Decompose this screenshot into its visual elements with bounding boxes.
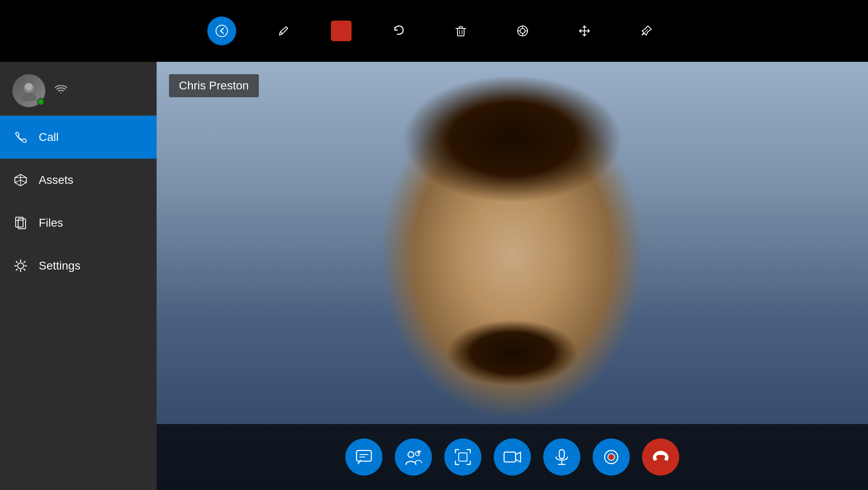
call-controls xyxy=(157,424,868,490)
svg-rect-10 xyxy=(357,450,371,461)
screenshot-button[interactable] xyxy=(444,438,481,476)
back-button[interactable] xyxy=(207,16,236,45)
online-status-badge xyxy=(37,98,45,106)
assets-label: Assets xyxy=(39,173,73,187)
back-icon xyxy=(214,23,229,38)
pin-icon xyxy=(639,23,654,38)
svg-point-12 xyxy=(415,452,420,456)
sidebar-item-settings[interactable]: Settings xyxy=(0,244,157,287)
svg-point-9 xyxy=(18,263,23,269)
participants-icon xyxy=(404,448,422,466)
move-icon xyxy=(577,23,592,38)
settings-label: Settings xyxy=(39,259,80,272)
end-call-icon xyxy=(652,448,670,466)
undo-button[interactable] xyxy=(385,16,413,45)
cube-icon xyxy=(12,172,29,188)
chat-icon xyxy=(355,448,373,466)
gear-icon xyxy=(12,258,29,274)
toolbar xyxy=(0,0,868,62)
wifi-icon-svg xyxy=(54,82,68,97)
svg-rect-13 xyxy=(459,453,467,461)
trash-icon xyxy=(453,23,468,38)
pen-button[interactable] xyxy=(269,16,298,45)
svg-rect-15 xyxy=(559,450,564,459)
microphone-icon xyxy=(553,448,571,466)
call-label: Call xyxy=(39,131,59,144)
svg-point-0 xyxy=(216,25,228,37)
record-icon xyxy=(602,448,620,466)
avatar xyxy=(12,74,45,107)
move-button[interactable] xyxy=(570,16,599,45)
chat-button[interactable] xyxy=(345,438,382,476)
settings2-button[interactable] xyxy=(508,16,537,45)
main-content: Call Assets Files xyxy=(0,62,868,490)
sidebar-item-files[interactable]: Files xyxy=(0,202,157,244)
user-area xyxy=(0,62,157,116)
video-icon xyxy=(503,448,521,466)
svg-point-5 xyxy=(21,93,36,101)
svg-rect-1 xyxy=(457,28,464,36)
end-call-button[interactable] xyxy=(642,438,679,476)
caller-name-tag: Chris Preston xyxy=(169,74,259,97)
sidebar-item-assets[interactable]: Assets xyxy=(0,159,157,202)
record-button[interactable] xyxy=(593,438,630,476)
video-area: Chris Preston xyxy=(157,62,868,490)
pin-button[interactable] xyxy=(632,16,661,45)
color-picker-button[interactable] xyxy=(331,21,352,41)
sidebar-item-call[interactable]: Call xyxy=(0,116,157,159)
wifi-icon xyxy=(54,82,68,100)
svg-point-11 xyxy=(408,452,414,457)
files-label: Files xyxy=(39,216,63,230)
undo-icon xyxy=(392,23,406,38)
screenshot-icon xyxy=(454,448,472,466)
sidebar: Call Assets Files xyxy=(0,62,157,490)
user-avatar-svg xyxy=(19,80,39,101)
video-button[interactable] xyxy=(494,438,531,476)
target-icon xyxy=(515,23,530,38)
svg-point-6 xyxy=(25,83,33,91)
microphone-button[interactable] xyxy=(543,438,580,476)
caller-name: Chris Preston xyxy=(179,79,249,92)
svg-rect-14 xyxy=(504,452,516,462)
phone-icon xyxy=(12,129,29,145)
delete-button[interactable] xyxy=(446,16,475,45)
participants-button[interactable] xyxy=(395,438,432,476)
svg-point-17 xyxy=(608,454,615,460)
pen-icon xyxy=(276,23,291,38)
svg-point-3 xyxy=(520,28,525,33)
files-icon xyxy=(12,215,29,231)
